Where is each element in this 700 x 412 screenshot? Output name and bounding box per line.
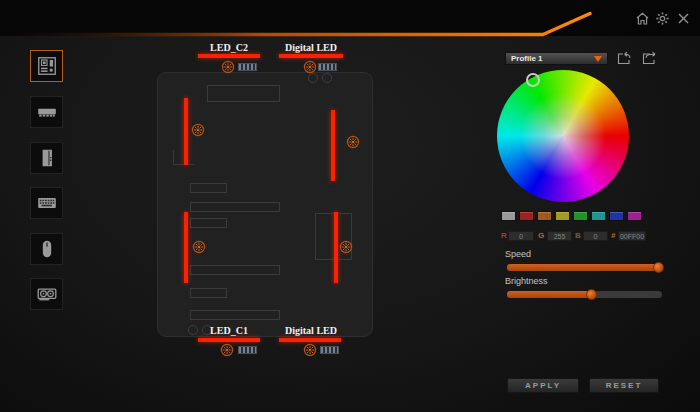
board-mount-hole bbox=[322, 73, 332, 83]
settings-gear-icon[interactable] bbox=[655, 11, 670, 26]
color-swatch[interactable] bbox=[555, 211, 570, 221]
blue-value-field[interactable]: 0 bbox=[583, 231, 608, 241]
color-swatch[interactable] bbox=[609, 211, 624, 221]
sidebar-item-mouse[interactable] bbox=[30, 233, 63, 265]
brightness-slider[interactable] bbox=[507, 291, 662, 298]
sidebar-item-pc-case[interactable] bbox=[30, 142, 63, 174]
memory-icon bbox=[36, 101, 58, 123]
led-header-connector-icon bbox=[238, 63, 257, 71]
brightness-slider-knob[interactable] bbox=[586, 289, 597, 300]
hex-label: # bbox=[611, 231, 615, 241]
board-region-outline bbox=[190, 202, 280, 212]
export-profile-icon[interactable] bbox=[641, 51, 657, 65]
led-header-bar bbox=[198, 338, 260, 342]
reset-button[interactable]: RESET bbox=[589, 378, 659, 393]
green-label: G bbox=[538, 231, 544, 241]
color-wheel[interactable] bbox=[497, 70, 629, 202]
import-profile-icon[interactable] bbox=[616, 51, 632, 65]
board-mount-hole bbox=[308, 73, 318, 83]
led-zone-bar bbox=[184, 98, 188, 165]
hex-value-field[interactable]: 00FF00 bbox=[618, 231, 646, 241]
color-swatch[interactable] bbox=[501, 211, 516, 221]
led-zone-bar bbox=[331, 110, 335, 181]
led-header-bar bbox=[279, 54, 343, 58]
red-value-field[interactable]: 0 bbox=[508, 231, 534, 241]
led-header-sun-icon[interactable] bbox=[221, 60, 235, 74]
brightness-slider-fill bbox=[507, 291, 595, 298]
orange-swoosh-accent bbox=[0, 0, 700, 36]
brightness-label: Brightness bbox=[505, 276, 548, 286]
graphics-card-icon bbox=[36, 283, 58, 305]
sidebar-item-memory[interactable] bbox=[30, 96, 63, 128]
color-swatch[interactable] bbox=[573, 211, 588, 221]
board-region-outline bbox=[190, 265, 280, 275]
color-wheel-selector[interactable] bbox=[526, 73, 540, 87]
chevron-down-icon bbox=[594, 56, 602, 62]
led-header-connector-icon bbox=[318, 63, 337, 71]
board-region-outline bbox=[190, 310, 280, 320]
board-region-outline bbox=[190, 288, 227, 298]
close-icon[interactable] bbox=[676, 11, 691, 26]
sidebar-item-keyboard[interactable] bbox=[30, 187, 63, 219]
led-header-sun-icon[interactable] bbox=[303, 343, 317, 357]
speed-slider-fill bbox=[507, 264, 662, 271]
board-region-outline bbox=[190, 218, 227, 228]
led-zone-bar bbox=[184, 212, 188, 283]
led-header-sun-icon[interactable] bbox=[303, 60, 317, 74]
led-header-bar bbox=[198, 54, 260, 58]
led-header-label: Digital LED bbox=[279, 43, 343, 53]
home-icon[interactable] bbox=[635, 11, 650, 26]
led-header-sun-icon[interactable] bbox=[220, 343, 234, 357]
led-zone-sun-icon[interactable] bbox=[192, 240, 206, 254]
led-header-label: LED_C1 bbox=[198, 326, 260, 336]
title-bar bbox=[0, 0, 700, 36]
speed-label: Speed bbox=[505, 249, 531, 259]
profile-dropdown[interactable]: Profile 1 bbox=[505, 52, 608, 65]
mouse-icon bbox=[36, 238, 58, 260]
motherboard-icon bbox=[36, 55, 58, 77]
board-mount-hole bbox=[188, 325, 198, 335]
led-header-label: LED_C2 bbox=[198, 43, 260, 53]
led-zone-sun-icon[interactable] bbox=[191, 123, 205, 137]
color-swatch[interactable] bbox=[537, 211, 552, 221]
blue-label: B bbox=[575, 231, 581, 241]
speed-slider[interactable] bbox=[507, 264, 662, 271]
board-region-outline bbox=[190, 183, 227, 193]
led-header-bar bbox=[279, 338, 341, 342]
rgb-fusion-window: LED_C2 Digital LED LED_C1 Digital LED Pr… bbox=[0, 0, 700, 412]
speed-slider-knob[interactable] bbox=[653, 262, 664, 273]
board-region-outline bbox=[207, 85, 280, 102]
led-zone-sun-icon[interactable] bbox=[346, 135, 360, 149]
profile-dropdown-value: Profile 1 bbox=[506, 54, 543, 63]
red-label: R bbox=[501, 231, 507, 241]
apply-button[interactable]: APPLY bbox=[507, 378, 579, 393]
keyboard-icon bbox=[36, 192, 58, 214]
green-value-field[interactable]: 255 bbox=[547, 231, 572, 241]
sidebar-item-graphics-card[interactable] bbox=[30, 278, 63, 310]
color-swatch[interactable] bbox=[519, 211, 534, 221]
led-header-label: Digital LED bbox=[279, 326, 343, 336]
led-header-connector-icon bbox=[238, 346, 257, 354]
led-zone-sun-icon[interactable] bbox=[339, 240, 353, 254]
sidebar-item-motherboard[interactable] bbox=[30, 50, 63, 82]
led-header-connector-icon bbox=[320, 346, 339, 354]
color-swatch[interactable] bbox=[627, 211, 642, 221]
led-zone-bar bbox=[334, 212, 338, 283]
color-swatch[interactable] bbox=[591, 211, 606, 221]
pc-case-icon bbox=[36, 147, 58, 169]
